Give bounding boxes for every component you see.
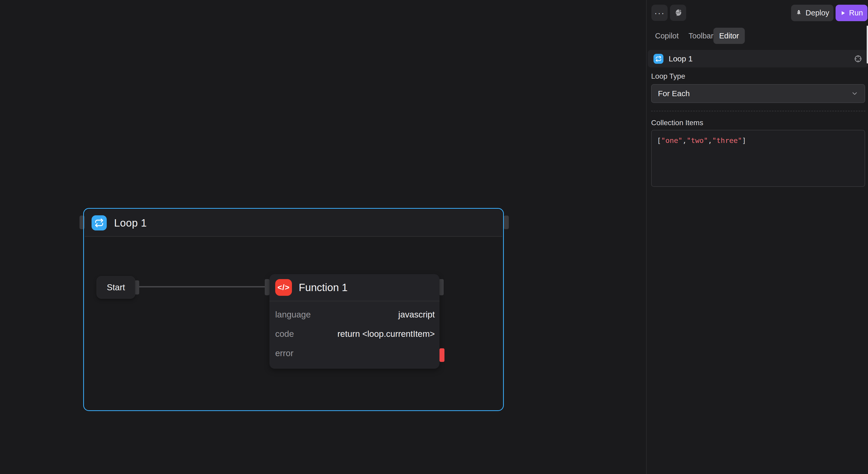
panel-tabs: Copilot Toolbar Editor: [647, 27, 868, 44]
loop-node-output-handle[interactable]: [504, 215, 509, 229]
tab-editor[interactable]: Editor: [713, 28, 745, 44]
edge-start-to-function: [138, 286, 266, 287]
crosshair-icon: [854, 55, 862, 63]
loop-type-label: Loop Type: [651, 72, 685, 80]
field-row-code[interactable]: code return <loop.currentItem>: [275, 324, 435, 344]
loop-node-header[interactable]: Loop 1: [85, 210, 502, 237]
locate-node-button[interactable]: [854, 55, 862, 63]
selected-node-title: Loop 1: [669, 54, 693, 63]
tab-copilot[interactable]: Copilot: [649, 28, 684, 44]
function-node[interactable]: </> Function 1 language javascript code …: [270, 274, 439, 369]
code-icon: </>: [275, 279, 292, 296]
field-row-language[interactable]: language javascript: [275, 305, 435, 324]
loop-icon: [653, 54, 663, 64]
inspector-panel: ···: [646, 0, 868, 474]
loop-node-title: Loop 1: [114, 217, 147, 229]
run-label: Run: [849, 9, 863, 17]
code-token-string: "two": [687, 136, 708, 144]
play-icon: [840, 10, 846, 16]
field-label: code: [275, 329, 294, 339]
app-root: Loop 1 Start </> Function 1: [0, 0, 868, 474]
chat-feedback-icon: [674, 8, 683, 17]
collection-items-editor[interactable]: ["one","two","three"]: [651, 130, 865, 187]
code-token-punct: ,: [683, 136, 687, 144]
loop-node[interactable]: Loop 1 Start </> Function 1: [83, 208, 504, 411]
loop-icon: [92, 215, 107, 231]
function-node-fields: language javascript code return <loop.cu…: [270, 301, 439, 363]
loop-type-value: For Each: [658, 89, 690, 98]
rocket-icon: [795, 9, 802, 16]
ellipsis-icon: ···: [654, 8, 665, 18]
field-label: error: [275, 348, 293, 358]
workflow-canvas[interactable]: Loop 1 Start </> Function 1: [0, 0, 646, 474]
function-node-header[interactable]: </> Function 1: [270, 274, 439, 301]
collection-items-label: Collection Items: [651, 118, 703, 127]
code-token-punct: [: [657, 136, 661, 144]
field-value: return <loop.currentItem>: [338, 329, 435, 339]
code-icon-glyph: </>: [278, 283, 289, 292]
run-button[interactable]: Run: [836, 5, 867, 21]
panel-scrollbar-thumb[interactable]: [867, 26, 868, 64]
function-node-input-handle[interactable]: [265, 279, 270, 295]
loop-node-body[interactable]: Start </> Function 1 language javasc: [85, 237, 502, 409]
field-value: javascript: [398, 310, 435, 319]
code-token-string: "one": [661, 136, 682, 144]
field-row-error[interactable]: error: [275, 344, 435, 363]
feedback-button[interactable]: [670, 5, 686, 21]
code-token-punct: ,: [708, 136, 712, 144]
section-divider: [651, 111, 865, 111]
function-node-output-handle[interactable]: [439, 279, 444, 295]
more-options-button[interactable]: ···: [651, 5, 668, 21]
loop-type-select[interactable]: For Each: [651, 84, 865, 103]
code-token-string: "three": [712, 136, 742, 144]
deploy-button[interactable]: Deploy: [791, 5, 834, 21]
code-token-punct: ]: [742, 136, 746, 144]
field-label: language: [275, 310, 311, 319]
function-node-title: Function 1: [299, 282, 348, 294]
selected-node-header[interactable]: Loop 1: [648, 50, 868, 67]
start-node[interactable]: Start: [96, 276, 135, 299]
start-node-label: Start: [107, 282, 125, 293]
function-error-handle[interactable]: [439, 348, 444, 362]
deploy-label: Deploy: [805, 9, 829, 17]
chevron-down-icon: [851, 90, 858, 97]
loop-node-input-handle[interactable]: [80, 215, 85, 229]
